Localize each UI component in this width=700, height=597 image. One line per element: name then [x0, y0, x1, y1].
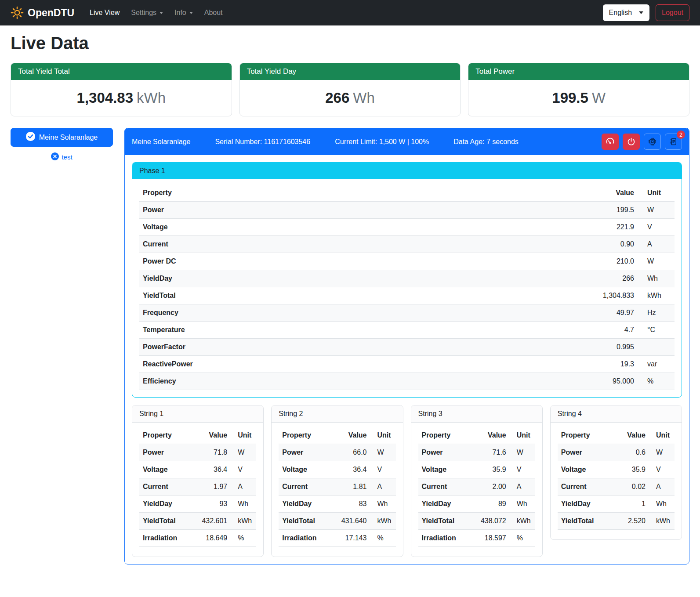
- limit-settings-button[interactable]: [602, 134, 619, 150]
- brand[interactable]: OpenDTU: [11, 6, 74, 19]
- value-cell: 19.3: [572, 356, 638, 373]
- top-navbar: OpenDTU Live View Settings Info About En…: [0, 0, 700, 25]
- value-cell: 36.4: [334, 461, 370, 478]
- unit-cell: Wh: [510, 496, 535, 513]
- value-cell: 66.0: [334, 444, 370, 461]
- col-value: Value: [334, 427, 370, 444]
- unit-cell: °C: [638, 322, 675, 339]
- value-cell: 432.601: [194, 513, 231, 530]
- nav-settings[interactable]: Settings: [125, 5, 169, 20]
- inverter-select-button[interactable]: Meine Solaranlage: [11, 128, 113, 147]
- property-cell: Frequency: [139, 304, 572, 322]
- test-link[interactable]: test: [51, 152, 72, 162]
- value-cell: 1,304.833: [572, 287, 638, 304]
- nav-info[interactable]: Info: [169, 5, 199, 20]
- summary-card-value: 266: [325, 90, 349, 106]
- unit-cell: Wh: [231, 496, 256, 513]
- event-log-button[interactable]: 2: [665, 134, 682, 150]
- unit-cell: W: [370, 444, 396, 461]
- nav-live-view[interactable]: Live View: [84, 5, 125, 20]
- table-row: YieldDay 93 Wh: [139, 496, 256, 513]
- unit-cell: kWh: [510, 513, 535, 530]
- property-cell: Current: [139, 478, 194, 496]
- property-cell: YieldDay: [139, 496, 194, 513]
- summary-card-title: Total Yield Day: [240, 63, 461, 80]
- property-cell: Current: [418, 478, 473, 496]
- string-table-body: Power 71.6 W Voltage 35.9 V: [418, 444, 535, 547]
- sun-logo-icon: [11, 6, 24, 19]
- chevron-down-icon: [639, 11, 643, 14]
- summary-card-title: Total Power: [468, 63, 689, 80]
- col-property: Property: [418, 427, 473, 444]
- summary-card-total-power: Total Power 199.5W: [468, 63, 689, 116]
- table-row: YieldTotal 431.640 kWh: [279, 513, 395, 530]
- property-cell: Power: [418, 444, 473, 461]
- value-cell: 71.8: [194, 444, 231, 461]
- unit-cell: kWh: [638, 287, 675, 304]
- chevron-down-icon: [189, 12, 193, 14]
- unit-cell: W: [638, 253, 675, 270]
- table-row: YieldDay 1 Wh: [558, 496, 675, 513]
- unit-cell: V: [638, 219, 675, 236]
- table-row: Power 71.6 W: [418, 444, 535, 461]
- unit-cell: V: [370, 461, 396, 478]
- value-cell: 93: [194, 496, 231, 513]
- property-cell: Irradiation: [139, 530, 194, 547]
- table-row: Temperature 4.7 °C: [139, 322, 675, 339]
- summary-card-unit: kWh: [137, 90, 166, 106]
- unit-cell: V: [510, 461, 535, 478]
- unit-cell: kWh: [649, 513, 675, 530]
- property-cell: YieldDay: [139, 270, 572, 287]
- string-table-body: Power 71.8 W Voltage 36.4 V: [139, 444, 256, 547]
- string-table: Property Value Unit Power: [418, 427, 535, 547]
- device-info-button[interactable]: [644, 134, 661, 150]
- value-cell: 35.9: [473, 461, 510, 478]
- col-value: Value: [473, 427, 510, 444]
- value-cell: 36.4: [194, 461, 231, 478]
- value-cell: 1: [612, 496, 649, 513]
- property-cell: Voltage: [139, 219, 572, 236]
- table-row: ReactivePower 19.3 var: [139, 356, 675, 373]
- value-cell: 210.0: [572, 253, 638, 270]
- language-selected-value: English: [609, 9, 632, 17]
- value-cell: 17.143: [334, 530, 370, 547]
- event-count-badge: 2: [677, 130, 685, 139]
- string-table-body: Power 66.0 W Voltage 36.4 V: [279, 444, 395, 547]
- property-cell: YieldTotal: [279, 513, 333, 530]
- power-button[interactable]: [623, 134, 640, 150]
- table-row: Voltage 36.4 V: [139, 461, 256, 478]
- string-table-body: Power 0.6 W Voltage 35.9 V: [558, 444, 675, 530]
- table-row: Power 66.0 W: [279, 444, 395, 461]
- table-row: Current 1.97 A: [139, 478, 256, 496]
- table-row: PowerFactor 0.995: [139, 339, 675, 356]
- unit-cell: Hz: [638, 304, 675, 322]
- table-header-row: Property Value Unit: [139, 427, 256, 444]
- table-row: Power DC 210.0 W: [139, 253, 675, 270]
- col-unit: Unit: [510, 427, 535, 444]
- unit-cell: W: [231, 444, 256, 461]
- nav-about[interactable]: About: [199, 5, 228, 20]
- table-row: YieldDay 89 Wh: [418, 496, 535, 513]
- property-cell: Current: [139, 236, 572, 253]
- table-row: Voltage 35.9 V: [558, 461, 675, 478]
- table-row: YieldTotal 1,304.833 kWh: [139, 287, 675, 304]
- table-row: YieldTotal 432.601 kWh: [139, 513, 256, 530]
- col-unit: Unit: [638, 185, 675, 202]
- string-card-title: String 3: [411, 405, 542, 423]
- inverter-panel-header: Meine Solaranlage Serial Number: 1161716…: [125, 128, 689, 155]
- col-value: Value: [194, 427, 231, 444]
- logout-button[interactable]: Logout: [656, 4, 689, 21]
- string-card-4: String 4 Property Value Unit: [550, 405, 682, 540]
- unit-cell: kWh: [231, 513, 256, 530]
- table-row: Voltage 221.9 V: [139, 219, 675, 236]
- value-cell: 266: [572, 270, 638, 287]
- brand-label: OpenDTU: [28, 7, 74, 19]
- property-cell: Irradiation: [418, 530, 473, 547]
- summary-card-total-yield-day: Total Yield Day 266Wh: [239, 63, 461, 116]
- language-select[interactable]: English: [603, 4, 649, 21]
- table-row: Current 0.90 A: [139, 236, 675, 253]
- inverter-select-label: Meine Solaranlage: [39, 134, 98, 141]
- col-property: Property: [558, 427, 612, 444]
- value-cell: 199.5: [572, 202, 638, 219]
- summary-card-body: 199.5W: [468, 80, 689, 116]
